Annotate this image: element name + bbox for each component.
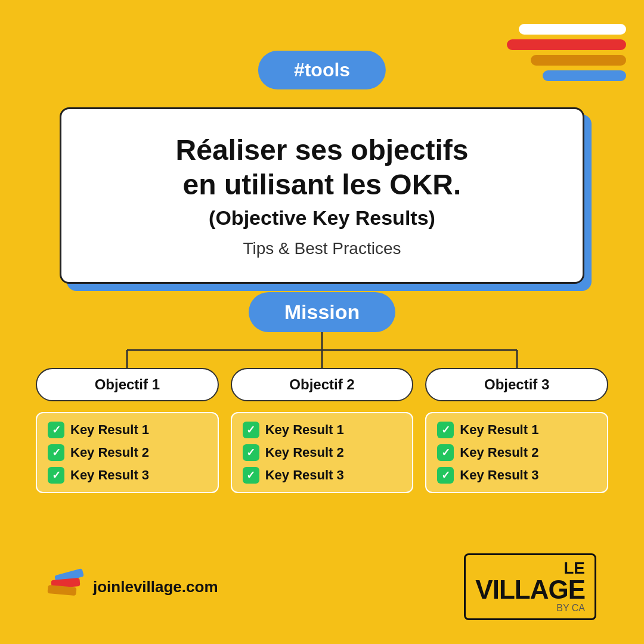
hashtag-label: #tools [294,59,350,80]
brand-village: VILLAGE [475,577,585,603]
kr-3-3: Key Result 3 [437,467,596,484]
checkmark-icon [243,444,259,461]
title-card: Réaliser ses objectifs en utilisant les … [60,107,584,284]
pencil-yellow [47,585,76,596]
checkmark-icon [243,467,259,484]
kr-2-2: Key Result 2 [243,444,402,461]
mission-pill: Mission [249,292,396,332]
pencils-icon [48,572,83,602]
objective-pill-3: Objectif 3 [425,368,608,401]
brand-by: BY CA [475,603,585,614]
kr-2-3-label: Key Result 3 [265,467,344,483]
tree-connectors [36,332,608,368]
title-line1: Réaliser ses objectifs en utilisant les … [97,133,547,202]
kr-2-1-label: Key Result 1 [265,422,344,438]
kr-1-1-label: Key Result 1 [70,422,149,438]
key-result-box-1: Key Result 1 Key Result 2 Key Result 3 [36,412,219,493]
checkmark-icon [437,467,454,484]
hashtag-pill: #tools [258,51,386,89]
connector-svg [36,332,608,368]
title-subtext: Tips & Best Practices [97,239,547,258]
objective-col-2: Objectif 2 Key Result 1 Key Result 2 Key… [231,368,414,493]
checkmark-icon [48,444,64,461]
title-card-wrapper: Réaliser ses objectifs en utilisant les … [60,107,584,284]
kr-2-1: Key Result 1 [243,422,402,438]
checkmark-icon [437,444,454,461]
kr-1-2: Key Result 2 [48,444,207,461]
key-result-box-3: Key Result 1 Key Result 2 Key Result 3 [425,412,608,493]
deco-line-red [507,39,626,50]
mission-label: Mission [284,301,360,323]
kr-1-1: Key Result 1 [48,422,207,438]
kr-3-2: Key Result 2 [437,444,596,461]
mission-row: Mission [36,292,608,332]
objective-col-1: Objectif 1 Key Result 1 Key Result 2 Key… [36,368,219,493]
footer: joinlevillage.com LE VILLAGE BY CA [48,553,596,620]
objective-pill-2: Objectif 2 [231,368,414,401]
kr-2-2-label: Key Result 2 [265,445,344,460]
title-subtitle: (Objective Key Results) [97,206,547,230]
kr-3-3-label: Key Result 3 [460,467,538,483]
key-result-box-2: Key Result 1 Key Result 2 Key Result 3 [231,412,414,493]
deco-line-blue [543,70,626,81]
pencils-logo: joinlevillage.com [48,572,218,602]
checkmark-icon [48,422,64,438]
kr-1-3: Key Result 3 [48,467,207,484]
checkmark-icon [243,422,259,438]
objective-pill-1: Objectif 1 [36,368,219,401]
kr-3-1: Key Result 1 [437,422,596,438]
objectives-row: Objectif 1 Key Result 1 Key Result 2 Key… [36,368,608,493]
kr-1-3-label: Key Result 3 [70,467,149,483]
brand-le: LE [475,560,585,577]
website-text: joinlevillage.com [93,578,218,596]
decorative-lines [507,24,626,95]
kr-1-2-label: Key Result 2 [70,445,149,460]
levillage-border: LE VILLAGE BY CA [464,553,596,620]
deco-line-white [519,24,626,35]
checkmark-icon [437,422,454,438]
deco-line-yellow [531,55,626,66]
objective-col-3: Objectif 3 Key Result 1 Key Result 2 Key… [425,368,608,493]
checkmark-icon [48,467,64,484]
kr-2-3: Key Result 3 [243,467,402,484]
okr-diagram: Mission Objectif 1 Key Result 1 [36,292,608,504]
kr-3-2-label: Key Result 2 [460,445,538,460]
levillage-logo: LE VILLAGE BY CA [464,553,596,620]
kr-3-1-label: Key Result 1 [460,422,538,438]
